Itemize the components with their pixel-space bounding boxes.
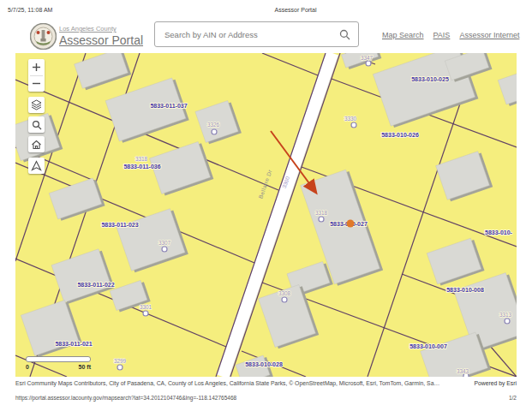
svg-text:3313: 3313 — [499, 312, 512, 318]
svg-text:3343: 3343 — [457, 368, 469, 374]
search-box[interactable] — [154, 21, 359, 47]
home-icon — [31, 140, 42, 150]
scale-zero-label: 0 — [26, 364, 29, 370]
zoom-in-button[interactable] — [28, 59, 45, 75]
header-nav: Map Search PAIS Assessor Internet — [382, 31, 519, 39]
selected-parcel-dot[interactable] — [347, 220, 355, 228]
svg-text:3318: 3318 — [315, 210, 328, 216]
locate-icon — [31, 160, 42, 171]
svg-text:5833-010-028: 5833-010-028 — [245, 361, 283, 367]
svg-text:3326: 3326 — [207, 122, 220, 128]
svg-text:5833-010-008: 5833-010-008 — [446, 287, 484, 293]
portal-home-link[interactable]: Assessor Portal — [59, 33, 143, 47]
svg-text:3347: 3347 — [361, 55, 374, 61]
parcel-map: Bellaire Dr 3300 3326 3347 3330 3318 330… — [15, 53, 517, 377]
nav-pais[interactable]: PAIS — [433, 31, 451, 39]
plus-icon — [32, 63, 41, 72]
layers-button[interactable] — [28, 97, 45, 113]
svg-text:5833-010-007: 5833-010-007 — [409, 343, 447, 349]
map-search-button[interactable] — [28, 116, 45, 133]
svg-text:5833-011-023: 5833-011-023 — [101, 222, 138, 228]
county-seal-logo — [30, 23, 57, 50]
svg-text:5833-010-026: 5833-010-026 — [381, 132, 419, 138]
scale-bar-line — [26, 356, 91, 362]
svg-text:3307: 3307 — [158, 240, 171, 246]
map-attribution: Esri Community Maps Contributors, City o… — [15, 380, 517, 386]
print-datetime: 5/7/25, 11:08 AM — [8, 7, 52, 13]
nav-assessor-internet[interactable]: Assessor Internet — [459, 31, 519, 39]
svg-text:5833-010-025: 5833-010-025 — [411, 76, 449, 82]
scale-bar: 0 50 ft — [26, 356, 91, 370]
search-input[interactable] — [155, 30, 339, 39]
svg-text:5833-010-: 5833-010- — [485, 229, 513, 235]
print-page-number: 1/2 — [509, 395, 517, 401]
svg-text:5833-011-037: 5833-011-037 — [150, 103, 187, 109]
locate-button[interactable] — [28, 158, 45, 174]
svg-text:3299: 3299 — [114, 358, 127, 364]
svg-text:3308: 3308 — [278, 290, 291, 296]
zoom-controls — [28, 59, 45, 92]
minus-icon — [32, 79, 41, 88]
search-icon[interactable] — [339, 29, 350, 40]
svg-text:5833-011-021: 5833-011-021 — [55, 341, 92, 347]
print-footer-url: https://portal.assessor.lacounty.gov/map… — [15, 395, 236, 401]
powered-by-esri: Powered by Esri — [475, 380, 517, 386]
layers-icon — [31, 99, 42, 110]
attribution-text: Esri Community Maps Contributors, City o… — [15, 380, 439, 386]
scale-distance-label: 50 ft — [79, 364, 91, 370]
nav-map-search[interactable]: Map Search — [382, 31, 424, 39]
svg-text:3330: 3330 — [344, 116, 357, 122]
buildings — [15, 53, 517, 377]
street-name-label: Bellaire Dr — [257, 168, 272, 199]
magnifier-icon — [32, 120, 42, 130]
home-button[interactable] — [28, 136, 45, 152]
svg-text:3318: 3318 — [135, 156, 148, 162]
print-doc-title: Assessor Portal — [274, 7, 316, 13]
svg-text:5833-011-022: 5833-011-022 — [77, 282, 114, 288]
map-canvas[interactable]: Bellaire Dr 3300 3326 3347 3330 3318 330… — [15, 53, 517, 377]
svg-text:3301: 3301 — [140, 304, 152, 310]
svg-text:5833-011-036: 5833-011-036 — [123, 164, 160, 170]
zoom-out-button[interactable] — [28, 75, 45, 92]
county-link[interactable]: Los Angeles County — [59, 25, 117, 33]
